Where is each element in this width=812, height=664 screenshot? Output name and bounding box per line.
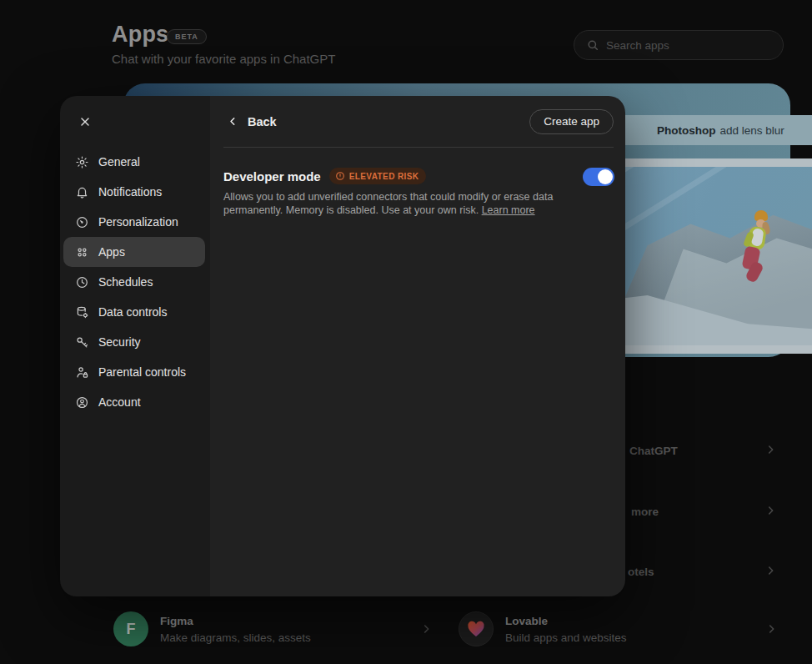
account-icon xyxy=(75,395,89,410)
back-label: Back xyxy=(248,115,277,128)
sidebar-item-notifications[interactable]: Notifications xyxy=(63,177,205,207)
create-app-button[interactable]: Create app xyxy=(529,109,614,134)
settings-nav: General Notifications Personalization Ap… xyxy=(63,147,205,417)
sidebar-item-account[interactable]: Account xyxy=(63,387,205,417)
database-gear-icon xyxy=(75,305,89,319)
learn-more-link[interactable]: Learn more xyxy=(482,204,535,216)
key-icon xyxy=(75,335,89,350)
developer-mode-toggle[interactable] xyxy=(583,168,614,186)
settings-content: Back Create app Developer mode ELEVATED … xyxy=(210,96,625,596)
sidebar-item-parental-controls[interactable]: Parental controls xyxy=(63,357,205,387)
hero-prompt-text: add lens blur xyxy=(720,124,784,137)
screen: Apps BETA Chat with your favorite apps i… xyxy=(0,0,812,664)
apps-grid-icon xyxy=(75,245,89,259)
skier-figure xyxy=(744,210,794,294)
sidebar-item-personalization[interactable]: Personalization xyxy=(63,207,205,237)
elevated-risk-label: ELEVATED RISK xyxy=(349,172,419,181)
close-button[interactable] xyxy=(73,110,97,133)
toggle-knob xyxy=(598,169,613,184)
app-row-figma[interactable]: F Figma Make diagrams, slides, assets xyxy=(113,611,434,646)
sidebar-item-security[interactable]: Security xyxy=(63,327,205,357)
app-name: Lovable xyxy=(505,615,627,627)
sidebar-item-general[interactable]: General xyxy=(63,147,205,177)
dial-icon xyxy=(75,215,89,229)
app-description: Build apps and websites xyxy=(505,631,627,644)
page-subtitle: Chat with your favorite apps in ChatGPT xyxy=(112,52,335,66)
warning-circle-icon xyxy=(335,171,345,181)
app-row-text: otels xyxy=(628,566,654,578)
settings-sidebar: General Notifications Personalization Ap… xyxy=(60,96,210,596)
sidebar-item-label: General xyxy=(98,155,140,169)
developer-mode-section: Developer mode ELEVATED RISK Allows you … xyxy=(223,168,614,217)
sidebar-item-label: Personalization xyxy=(98,215,178,229)
header-divider xyxy=(223,147,614,148)
chevron-right-icon xyxy=(764,622,778,636)
gear-icon xyxy=(75,155,89,169)
sidebar-item-label: Apps xyxy=(98,245,125,259)
sidebar-item-schedules[interactable]: Schedules xyxy=(63,267,205,297)
chevron-right-icon xyxy=(419,622,433,636)
figma-logo: F xyxy=(113,611,148,646)
sidebar-item-label: Parental controls xyxy=(98,365,186,379)
hero-app-name: Photoshop xyxy=(657,124,716,137)
developer-mode-title: Developer mode xyxy=(223,169,321,184)
chevron-left-icon xyxy=(227,115,239,128)
lovable-logo xyxy=(459,611,494,646)
developer-mode-description: Allows you to add unverified connectors … xyxy=(223,190,583,217)
app-row-text: ChatGPT xyxy=(629,445,678,457)
app-row-text: more xyxy=(631,506,659,518)
back-button[interactable]: Back xyxy=(227,115,277,128)
elevated-risk-badge: ELEVATED RISK xyxy=(329,168,427,184)
sidebar-item-apps[interactable]: Apps xyxy=(63,237,205,267)
figma-logo-letter: F xyxy=(127,621,136,638)
clock-icon xyxy=(75,275,89,289)
close-icon xyxy=(78,115,92,128)
content-header: Back Create app xyxy=(210,96,625,147)
sidebar-item-label: Security xyxy=(98,335,141,349)
app-description: Make diagrams, slides, assets xyxy=(160,631,311,644)
search-icon xyxy=(586,38,599,52)
chevron-right-icon xyxy=(764,504,777,517)
page-title: Apps xyxy=(112,22,168,48)
sidebar-item-data-controls[interactable]: Data controls xyxy=(63,297,205,327)
heart-icon xyxy=(467,621,485,637)
app-name: Figma xyxy=(160,615,311,627)
chevron-right-icon xyxy=(764,443,777,456)
sidebar-item-label: Notifications xyxy=(98,185,162,199)
search-input[interactable] xyxy=(606,39,771,52)
beta-badge: BETA xyxy=(167,29,207,44)
settings-modal: General Notifications Personalization Ap… xyxy=(60,96,625,596)
bell-icon xyxy=(75,185,89,199)
sidebar-item-label: Account xyxy=(98,395,141,409)
sidebar-item-label: Data controls xyxy=(98,305,167,319)
chevron-right-icon xyxy=(764,564,777,577)
sidebar-item-label: Schedules xyxy=(98,275,153,289)
app-row-lovable[interactable]: Lovable Build apps and websites xyxy=(459,611,779,646)
person-lock-icon xyxy=(75,365,89,380)
search-apps-bar[interactable] xyxy=(574,30,784,60)
